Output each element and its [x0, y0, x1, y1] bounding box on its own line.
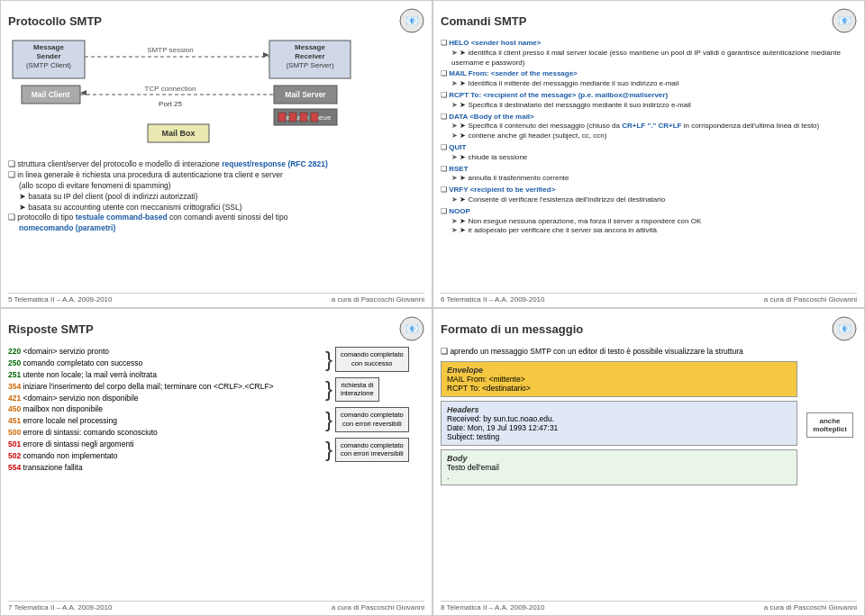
- panel3-footer-left: 7 Telematica II – A.A. 2009-2010: [8, 603, 112, 611]
- panel1-footer: 5 Telematica II – A.A. 2009-2010 a cura …: [8, 293, 424, 303]
- code-251: 251 utente non locale; la mail verrà ino…: [8, 370, 318, 381]
- svg-text:📧: 📧: [405, 322, 419, 335]
- panel1-icon: 📧: [399, 8, 424, 33]
- svg-text:SMTP session: SMTP session: [147, 46, 193, 54]
- panel-comandi-smtp: Comandi SMTP 📧 HELO <sender host name> ➤…: [432, 0, 865, 308]
- panel2-commands: HELO <sender host name> ➤ identifica il …: [441, 39, 857, 236]
- formato-boxes: Envelope MAIL From: <mittente> RCPT To: …: [441, 361, 797, 489]
- headers-title: Headers: [447, 405, 791, 414]
- panel3-content: 220 <domain> servizio pronto 250 comando…: [8, 347, 424, 475]
- body-line-2: .: [447, 472, 791, 481]
- badge-interaction: richiesta diinterazione: [335, 377, 379, 403]
- badge-irrev-error: comando completatocon errori irreversibi…: [335, 438, 409, 463]
- panel2-footer-left: 6 Telematica II – A.A. 2009-2010: [441, 295, 544, 303]
- panel2-title: Comandi SMTP: [441, 14, 526, 28]
- svg-text:Message: Message: [295, 43, 325, 51]
- code-501: 501 errore di sintassi negli argomenti: [8, 439, 318, 450]
- svg-text:📧: 📧: [838, 14, 851, 27]
- anche-molteplici-label: anchemolteplici: [806, 412, 852, 438]
- panel3-footer-right: a cura di Pascoschi Giovanni: [332, 603, 424, 611]
- svg-rect-19: [278, 113, 286, 122]
- badge-success: comando completatocon successo: [335, 347, 409, 372]
- svg-text:Mail Box: Mail Box: [161, 129, 195, 138]
- badge-rev-error: comando completatocon errori reversibili: [335, 407, 409, 432]
- panel1-footer-right: a cura di Pascoschi Giovanni: [332, 295, 424, 303]
- code-421: 421 <domain> servizio non disponibile: [8, 394, 318, 404]
- svg-text:📧: 📧: [838, 322, 851, 335]
- panel2-icon: 📧: [832, 8, 857, 33]
- panel4-footer-right: a cura di Pascoschi Giovanni: [764, 603, 857, 611]
- svg-rect-21: [300, 113, 307, 122]
- panel1-title: Protocollo SMTP: [8, 14, 102, 28]
- body-title: Body: [447, 454, 791, 463]
- panel3-header: Risposte SMTP 📧: [8, 316, 424, 341]
- svg-text:Receiver: Receiver: [295, 52, 324, 60]
- panel1-header: Protocollo SMTP 📧: [8, 8, 424, 33]
- bracket-1: }: [325, 349, 332, 370]
- panel1-bullets: ❑ struttura client/server del protocollo…: [8, 159, 424, 234]
- svg-text:(SMTP Client): (SMTP Client): [26, 61, 71, 69]
- badge-group-4: } comando completatocon errori irreversi…: [325, 438, 424, 463]
- svg-text:(SMTP Server): (SMTP Server): [286, 61, 334, 69]
- panel2-footer: 6 Telematica II – A.A. 2009-2010 a cura …: [441, 293, 857, 303]
- code-451: 451 errore locale nel processing: [8, 416, 318, 427]
- panel3-footer: 7 Telematica II – A.A. 2009-2010 a cura …: [8, 601, 424, 611]
- risposte-badges: } comando completatocon successo } richi…: [325, 347, 424, 475]
- svg-text:Mail Client: Mail Client: [32, 90, 70, 99]
- svg-text:📧: 📧: [405, 14, 419, 27]
- header-line-2: Date: Mon, 19 Jul 1993 12:47:31: [447, 423, 791, 432]
- bracket-4: }: [325, 439, 332, 460]
- bracket-3: }: [325, 409, 332, 430]
- body-line-1: Testo dell'email: [447, 463, 791, 472]
- envelope-line-2: RCPT To: <destinatario>: [447, 384, 791, 393]
- code-250: 250 comando completato con successo: [8, 358, 318, 369]
- svg-text:Sender: Sender: [36, 52, 60, 60]
- header-line-3: Subject: testing: [447, 432, 791, 441]
- panel-risposte-smtp: Risposte SMTP 📧 220 <domain> servizio pr…: [0, 308, 432, 616]
- panel4-title: Formato di un messaggio: [441, 322, 583, 336]
- panel4-header: Formato di un messaggio 📧: [441, 316, 857, 341]
- envelope-title: Envelope: [447, 366, 791, 375]
- panel1-footer-left: 5 Telematica II – A.A. 2009-2010: [8, 295, 112, 303]
- header-line-1: Received: by sun.tuc.noao.edu.: [447, 414, 791, 423]
- panel4-icon: 📧: [832, 316, 857, 341]
- svg-rect-20: [289, 113, 296, 122]
- anche-molteplici-box: anchemolteplici: [803, 361, 857, 489]
- panel2-footer-right: a cura di Pascoschi Giovanni: [764, 295, 857, 303]
- panel-protocollo-smtp: Protocollo SMTP 📧 Message Sender (SMTP C…: [0, 0, 432, 308]
- badge-group-1: } comando completatocon successo: [325, 347, 424, 372]
- panel4-inner: Envelope MAIL From: <mittente> RCPT To: …: [441, 361, 857, 489]
- body-box: Body Testo dell'email .: [441, 449, 797, 485]
- code-354: 354 iniziare l'inserimento del corpo del…: [8, 382, 318, 393]
- bracket-2: }: [325, 378, 332, 400]
- smtp-diagram-svg: Message Sender (SMTP Client) Message Rec…: [8, 39, 405, 156]
- svg-rect-22: [311, 113, 318, 122]
- panel-formato-messaggio: Formato di un messaggio 📧 ❑ aprendo un m…: [432, 308, 865, 616]
- panel4-footer: 8 Telematica II – A.A. 2009-2010 a cura …: [441, 601, 857, 611]
- code-220: 220 <domain> servizio pronto: [8, 347, 318, 358]
- panel2-header: Comandi SMTP 📧: [441, 8, 857, 33]
- risposte-codes: 220 <domain> servizio pronto 250 comando…: [8, 347, 318, 475]
- code-554: 554 transazione fallita: [8, 463, 318, 474]
- code-502: 502 comando non implementato: [8, 451, 318, 462]
- envelope-line-1: MAIL From: <mittente>: [447, 375, 791, 384]
- headers-box: Headers Received: by sun.tuc.noao.edu. D…: [441, 401, 797, 446]
- svg-text:Mail Server: Mail Server: [285, 90, 326, 99]
- code-450: 450 mailbox non disponibile: [8, 404, 318, 415]
- svg-text:TCP connection: TCP connection: [145, 85, 196, 93]
- panel4-footer-left: 8 Telematica II – A.A. 2009-2010: [441, 603, 544, 611]
- code-500: 500 errore di sintassi: comando sconosci…: [8, 428, 318, 439]
- envelope-box: Envelope MAIL From: <mittente> RCPT To: …: [441, 361, 797, 397]
- badge-group-2: } richiesta diinterazione: [325, 377, 424, 403]
- panel3-title: Risposte SMTP: [8, 322, 94, 336]
- svg-text:Message: Message: [33, 43, 64, 51]
- svg-text:Port 25: Port 25: [159, 100, 182, 108]
- badge-group-3: } comando completatocon errori reversibi…: [325, 407, 424, 432]
- smtp-diagram: Message Sender (SMTP Client) Message Rec…: [8, 39, 424, 156]
- panel3-icon: 📧: [399, 316, 424, 341]
- panel4-intro: ❑ aprendo un messaggio SMTP con un edito…: [441, 347, 857, 356]
